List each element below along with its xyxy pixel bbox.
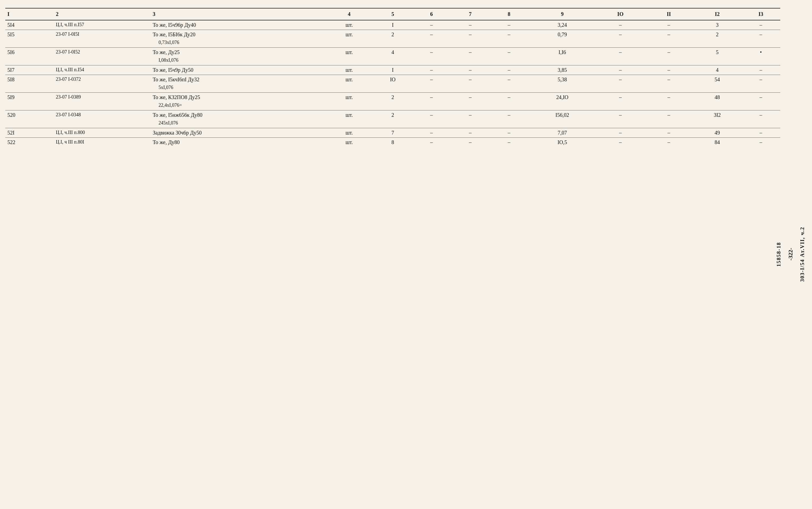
table-row: 5I823-07 I-0372То же, I5кчI6пI Ду32шт.IO… [5, 75, 780, 84]
main-content: I 2 3 4 5 6 7 8 9 IO II I2 I3 5I4Ц.I, ч.… [5, 8, 791, 501]
header-col-10: IO [596, 8, 645, 20]
header-col-11: II [645, 8, 693, 20]
table-subrow: 245хI,076 [5, 120, 780, 128]
side-text-middle: -322- [787, 248, 794, 261]
table-row: 5I623-07 I-0I52То же, Ду25шт.4–––I,I6––5… [5, 48, 780, 57]
header-col-2: 2 [54, 8, 151, 20]
side-text-top: 303-I/54 Ат.VII, ч.2 [799, 227, 805, 282]
header-col-3: 3 [151, 8, 325, 20]
header-col-8: 8 [490, 8, 528, 20]
header-col-7: 7 [451, 8, 490, 20]
table-subrow: 5хI,076 [5, 84, 780, 93]
header-row: I 2 3 4 5 6 7 8 9 IO II I2 I3 [5, 8, 780, 20]
header-col-1: I [5, 8, 54, 20]
table-row: 5I523-07 I-0I5IТо же, I5БI6к Ду20шт.2–––… [5, 30, 780, 39]
table-row: 5I7Ц.I, ч.III п.I54То же, I5ч9р Ду50шт.I… [5, 65, 780, 75]
header-col-12: I2 [693, 8, 742, 20]
table-subrow: I,08хI,076 [5, 57, 780, 65]
table-row: 5I923-07 I-0389То же, КЗ2ПО8 Ду25шт.2–––… [5, 93, 780, 102]
table-subrow: 0,73хI,076 [5, 39, 780, 48]
header-col-4: 4 [325, 8, 373, 20]
page-container: I 2 3 4 5 6 7 8 9 IO II I2 I3 5I4Ц.I, ч.… [5, 8, 807, 501]
table-subrow: 22,4хI,076= [5, 102, 780, 110]
table-row: 5I4Ц.I, ч.III п.I57То же, I5ч96р Ду40шт.… [5, 20, 780, 30]
header-col-13: I3 [742, 8, 780, 20]
side-text-bottom: 15858-18 [776, 242, 782, 267]
side-text-panel: 303-I/54 Ат.VII, ч.2 -322- 15858-18 [791, 8, 807, 501]
table-row: 522Ц.I, ч III п.80IТо же, Ду80шт.8–––IO,… [5, 138, 780, 147]
header-col-5: 5 [373, 8, 412, 20]
main-table: I 2 3 4 5 6 7 8 9 IO II I2 I3 5I4Ц.I, ч.… [5, 8, 780, 147]
table-row: 52023-07 I-0348То же, I5нж656к Ду80шт.2–… [5, 110, 780, 120]
table-row: 52IЦ.I, ч.III п.800Задвижка 30ч6р Ду50шт… [5, 128, 780, 138]
header-col-9: 9 [528, 8, 596, 20]
header-col-6: 6 [412, 8, 451, 20]
